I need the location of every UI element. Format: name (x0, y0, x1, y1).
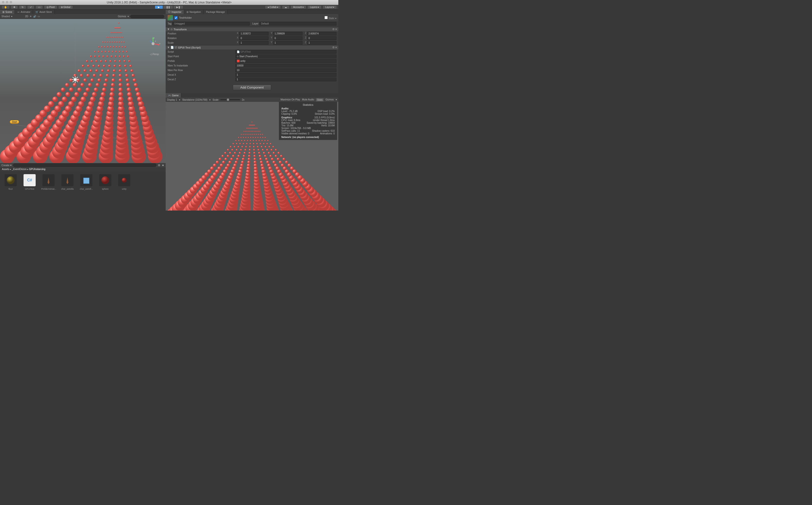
svg-point-524 (230, 158, 233, 161)
position-x[interactable]: 1.333072 (239, 32, 268, 35)
svg-point-190 (125, 69, 127, 72)
transform-header[interactable]: ▼ ⊹ Transform⚙ ▾ (166, 27, 338, 31)
asset-sphere[interactable]: sphere (98, 174, 113, 190)
scale-slider[interactable] (227, 99, 229, 101)
svg-point-581 (272, 146, 274, 148)
cloud-button[interactable]: ☁ (282, 5, 289, 9)
shading-mode[interactable]: Shaded (1, 15, 10, 18)
scene-view[interactable]: Start y x (0, 19, 166, 163)
svg-point-156 (95, 83, 99, 87)
start-gizmo-label[interactable]: Start (10, 120, 19, 124)
audio-toggle[interactable]: 🔊 (33, 15, 36, 18)
asset-unity[interactable]: unity (117, 174, 132, 190)
layer-dropdown[interactable]: Default (259, 22, 337, 25)
static-toggle[interactable] (325, 16, 328, 19)
rotation-x[interactable]: 0 (239, 36, 268, 40)
tab-scene[interactable]: ⊞ Scene (0, 10, 15, 14)
svg-point-616 (262, 137, 263, 138)
pause-button[interactable]: ❚❚ (163, 5, 173, 9)
scene-search[interactable] (130, 15, 164, 18)
account-dropdown[interactable]: Account ▾ (290, 5, 306, 9)
rotation-z[interactable]: 0 (307, 36, 337, 40)
window-controls[interactable] (2, 1, 12, 3)
toggle-2d[interactable]: 2D (25, 15, 28, 18)
svg-point-246 (112, 41, 113, 43)
start-point-field[interactable]: ⊹ Start (Transform) (235, 54, 337, 58)
svg-point-258 (117, 37, 118, 38)
display-dropdown[interactable]: Display 1 (167, 99, 177, 101)
svg-point-590 (260, 143, 261, 145)
svg-point-217 (111, 55, 113, 57)
resolution-dropdown[interactable]: Standalone (1024x768) (182, 99, 207, 101)
layers-dropdown[interactable]: Layers ▾ (307, 5, 322, 9)
asset-char-astrella-2[interactable]: char_astrell... (79, 174, 93, 190)
create-button[interactable]: Create ▾ (1, 164, 12, 167)
decal-x-field[interactable]: 1 (235, 73, 337, 76)
tab-game[interactable]: 🎮 Game (166, 93, 181, 98)
nbre-per-row-field[interactable]: 10 (235, 68, 337, 72)
gpui-header[interactable]: ▼ 📄 ☑ GPUI Test (Script)⚙ ▾ (166, 45, 338, 49)
prefab-field[interactable]: 🟥 unity (235, 59, 337, 63)
favorite-icon[interactable]: ★ (162, 164, 164, 167)
inspector-panel: TestHolder Static ▾ Tag Untagged Layer D… (166, 14, 338, 93)
layout-dropdown[interactable]: Layout ▾ (323, 5, 337, 9)
decal-z-field[interactable]: 1 (235, 77, 337, 81)
global-toggle[interactable]: ⊕ Global (58, 5, 73, 9)
tab-navigation[interactable]: ⊞ Navigation (184, 10, 203, 14)
nbre-to-instantiate-field[interactable]: 10000 (235, 64, 337, 67)
pivot-toggle[interactable]: ◎ Pivot (44, 5, 57, 9)
svg-point-649 (253, 128, 254, 129)
mute-toggle[interactable]: Mute Audio (302, 98, 314, 102)
tab-assetstore[interactable]: 🛒 Asset Store (33, 10, 54, 14)
asset-char-astrella-1[interactable]: char_astrella (60, 174, 75, 190)
gameobject-active-toggle[interactable] (174, 16, 178, 19)
game-view[interactable]: Statistics Audio: Level: -75.2 dBDSP loa… (166, 102, 338, 210)
position-z[interactable]: 2.609374 (307, 32, 337, 35)
add-component-button[interactable]: Add Component (233, 85, 271, 90)
gameobject-name[interactable]: TestHolder (179, 16, 192, 19)
tag-dropdown[interactable]: Untagged (172, 22, 249, 25)
svg-point-267 (116, 32, 117, 33)
svg-point-556 (272, 152, 275, 154)
scale-y[interactable]: 1 (273, 41, 302, 45)
gear-icon[interactable]: ⚙ ▾ (332, 46, 337, 49)
project-search[interactable] (13, 163, 157, 167)
step-button[interactable]: ▶❚ (173, 5, 183, 9)
asset-floor[interactable]: floor (3, 174, 18, 190)
svg-point-644 (248, 128, 249, 129)
asset-gpuitest[interactable]: C# GPUITest (22, 174, 37, 190)
orientation-gizmo[interactable]: y x z (146, 36, 160, 51)
svg-point-596 (241, 140, 242, 141)
move-tool[interactable]: ✥ (11, 5, 18, 9)
hand-tool[interactable]: ✋ (1, 5, 10, 9)
tab-package-manager[interactable]: Package Manage (203, 10, 227, 14)
rect-tool[interactable]: ▭ (35, 5, 43, 9)
rotation-y[interactable]: 0 (273, 36, 302, 40)
svg-point-623 (250, 134, 251, 135)
svg-point-635 (251, 131, 252, 132)
tab-inspector[interactable]: ⓘ Inspector (166, 10, 184, 14)
maximize-toggle[interactable]: Maximize On Play (280, 98, 300, 102)
gear-icon[interactable]: ⚙ ▾ (332, 28, 337, 31)
lighting-toggle[interactable]: ☀ (30, 15, 32, 18)
persp-label[interactable]: ◁ Persp (150, 53, 159, 55)
game-gizmos-dropdown[interactable]: Gizmos (326, 98, 334, 102)
svg-point-216 (107, 55, 109, 57)
light-icon[interactable] (71, 76, 79, 83)
svg-point-587 (249, 143, 251, 145)
svg-point-540 (253, 155, 256, 157)
tab-animator[interactable]: ⫗ Animator (15, 10, 33, 14)
position-y[interactable]: 1.298609 (273, 32, 302, 35)
play-button[interactable]: ▶ (155, 5, 163, 9)
scale-tool[interactable]: ⤢ (27, 5, 34, 9)
rotate-tool[interactable]: ↻ (19, 5, 26, 9)
scale-z[interactable]: 1 (307, 41, 337, 45)
asset-prefab-animat[interactable]: PrefabAnimat... (41, 174, 56, 190)
fx-toggle[interactable]: ▭ (38, 15, 40, 18)
filter-icon[interactable]: ⚙ (158, 164, 160, 167)
collab-button[interactable]: ● Collab ▾ (265, 5, 280, 9)
stats-toggle[interactable]: Stats (316, 98, 324, 102)
gizmos-dropdown[interactable]: Gizmos (118, 15, 126, 18)
scale-x[interactable]: 1 (239, 41, 268, 45)
breadcrumb[interactable]: Assets ▸ _EventOrizon ▸ GPUInstancing (0, 167, 166, 172)
